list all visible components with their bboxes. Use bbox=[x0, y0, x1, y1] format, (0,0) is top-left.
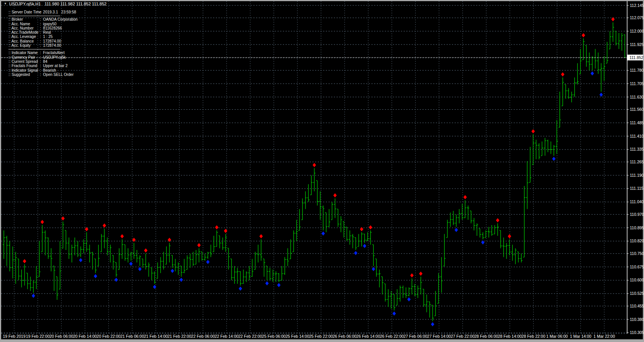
upper-fractal-marker bbox=[61, 216, 65, 220]
indicator-info-row-3-value: : Upper at bar 2 bbox=[40, 64, 67, 68]
ohlc-bar bbox=[600, 63, 602, 92]
ohlc-bar bbox=[127, 248, 129, 262]
upper-fractal-marker bbox=[582, 33, 585, 37]
ohlc-bar bbox=[307, 184, 310, 202]
ohlc-bar bbox=[349, 230, 351, 245]
ohlc-bar bbox=[491, 225, 493, 236]
ohlc-bar bbox=[139, 255, 141, 266]
ohlc-bar bbox=[296, 220, 298, 241]
ohlc-bar bbox=[520, 253, 522, 262]
ohlc-bar bbox=[621, 33, 623, 51]
indicator-info-row-5-label: :: Suggested bbox=[8, 72, 40, 77]
ohlc-bar bbox=[446, 220, 449, 237]
lower-fractal-marker bbox=[79, 258, 82, 262]
ohlc-bar bbox=[180, 266, 182, 277]
ohlc-bar bbox=[133, 243, 135, 259]
upper-fractal-marker bbox=[531, 129, 535, 133]
time-axis-label: 26 Feb 22:00 bbox=[380, 334, 404, 339]
chart-dropdown-arrow-icon[interactable]: ▼ bbox=[4, 2, 7, 5]
lower-fractal-marker bbox=[363, 244, 366, 248]
ohlc-bar bbox=[470, 211, 472, 223]
time-axis-label: 28 Feb 14:00 bbox=[498, 334, 522, 339]
server-datetime-row-value: : 2019.3.1 23:59:58 bbox=[40, 10, 76, 14]
time-axis-label: 28 Feb 22:00 bbox=[522, 334, 545, 339]
price-axis-label: 111.335 bbox=[630, 147, 644, 151]
time-axis[interactable]: 19 Feb 201919 Feb 22:0020 Feb 06:0020 Fe… bbox=[3, 334, 615, 339]
price-axis-label: 111.190 bbox=[630, 173, 644, 178]
ohlc-bar bbox=[334, 198, 336, 218]
ohlc-bar bbox=[165, 247, 168, 264]
ohlc-bar bbox=[94, 259, 97, 273]
ohlc-bar bbox=[360, 232, 363, 247]
ohlc-bar bbox=[538, 143, 540, 159]
lower-fractal-marker bbox=[153, 285, 156, 289]
ohlc-bar bbox=[556, 120, 558, 154]
upper-fractal-marker bbox=[120, 234, 124, 238]
chart-symbol-title: USDJPY.oj5k,H1 bbox=[9, 2, 41, 6]
price-axis-label: 110.380 bbox=[630, 317, 644, 322]
time-axis-label: 20 Feb 22:00 bbox=[97, 334, 120, 339]
account-info-row-3: :: Acc.TradeMode: Real bbox=[8, 30, 77, 35]
account-info-row-4-label: :: Acc. Leverage bbox=[8, 35, 40, 39]
ohlc-bar bbox=[544, 138, 546, 156]
account-info-row-0-value: : OANDA Corporation bbox=[40, 17, 77, 21]
indicator-info-row-1-value: : USDJPY.oj5k bbox=[40, 55, 66, 59]
mt4-chart-window: 112.145112.075112.000111.925111.780111.7… bbox=[0, 0, 644, 342]
ohlc-bar bbox=[207, 252, 209, 259]
price-axis-label: 111.040 bbox=[630, 199, 644, 204]
lower-fractal-marker bbox=[455, 228, 458, 232]
ohlc-bar bbox=[485, 230, 487, 238]
ohlc-bar bbox=[532, 134, 534, 164]
ohlc-bar bbox=[213, 236, 215, 252]
account-info-row-4: :: Acc. Leverage: 1 : 25 bbox=[8, 35, 77, 39]
time-axis-label: 22 Feb 14:00 bbox=[215, 334, 238, 339]
upper-fractal-marker bbox=[224, 229, 227, 233]
account-info-row-2-label: :: Acc. Number bbox=[8, 26, 40, 30]
ohlc-bar bbox=[266, 266, 268, 280]
ohlc-bar bbox=[503, 238, 505, 257]
upper-fractal-marker bbox=[419, 271, 422, 276]
upper-fractal-marker bbox=[561, 72, 564, 76]
lower-fractal-marker bbox=[138, 267, 141, 271]
ohlc-bar bbox=[183, 259, 186, 273]
ohlc-bar bbox=[100, 234, 103, 252]
ohlc-bar bbox=[550, 141, 552, 154]
lower-fractal-marker bbox=[239, 286, 242, 291]
lower-fractal-marker bbox=[431, 322, 434, 326]
ohlc-bar bbox=[236, 268, 238, 284]
ohlc-bar bbox=[168, 243, 171, 262]
server-datetime-row-label: :: Server Date Time bbox=[8, 10, 40, 14]
ohlc-bar bbox=[505, 243, 508, 259]
ohlc-bar bbox=[85, 232, 88, 252]
price-axis-label: 112.000 bbox=[630, 29, 644, 33]
ohlc-bar bbox=[420, 277, 422, 294]
ohlc-bar bbox=[573, 77, 576, 97]
ohlc-bar bbox=[3, 230, 5, 259]
ohlc-bar bbox=[440, 257, 443, 293]
ohlc-bar bbox=[322, 206, 324, 230]
indicator-info-row-3-label: :: Fractals Found bbox=[8, 64, 40, 68]
ohlc-bar bbox=[219, 236, 221, 248]
price-chart-canvas[interactable]: 112.145112.075112.000111.925111.780111.7… bbox=[0, 0, 644, 342]
ohlc-bar bbox=[467, 206, 469, 220]
upper-fractal-marker bbox=[360, 227, 363, 231]
ohlc-bar bbox=[281, 266, 283, 280]
price-axis[interactable]: 112.145112.075112.000111.925111.780111.7… bbox=[627, 3, 644, 335]
indicator-info-row-2-label: :: Current Spread bbox=[8, 59, 40, 64]
time-axis-label: 26 Feb 06:00 bbox=[333, 334, 356, 339]
upper-fractal-marker bbox=[496, 218, 499, 222]
ohlc-bar bbox=[242, 270, 245, 284]
ohlc-bar bbox=[59, 241, 61, 289]
ohlc-bar bbox=[476, 223, 478, 235]
indicator-info-row-1-label: :: Currency Pair bbox=[8, 55, 40, 59]
time-axis-label: 21 Feb 22:00 bbox=[168, 334, 191, 339]
ohlc-bar bbox=[153, 271, 156, 284]
time-axis-label: 1 Mar 06:00 bbox=[546, 334, 568, 339]
ohlc-bar bbox=[171, 255, 174, 268]
ohlc-bar bbox=[514, 248, 517, 264]
time-axis-label: 22 Feb 06:00 bbox=[191, 334, 215, 339]
ohlc-bar bbox=[263, 259, 265, 276]
ohlc-bar bbox=[337, 209, 339, 227]
ohlc-bar bbox=[136, 250, 138, 262]
upper-fractal-marker bbox=[508, 234, 511, 238]
